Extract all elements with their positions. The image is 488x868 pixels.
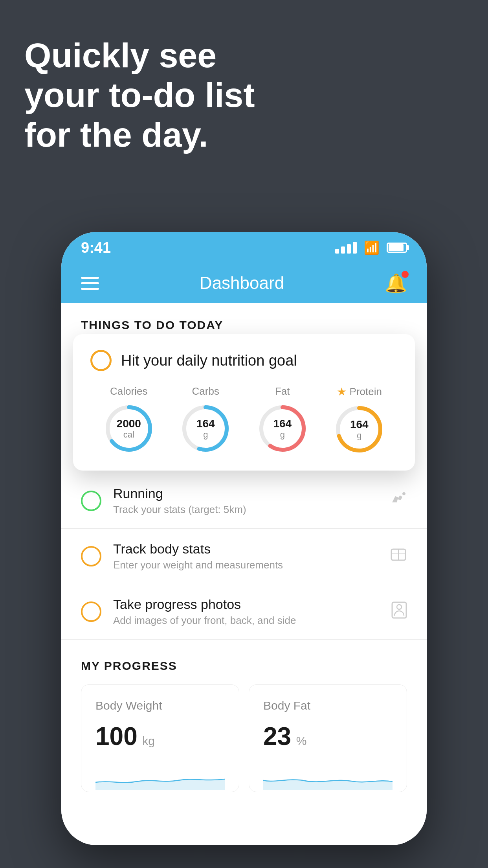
notification-badge <box>402 271 409 278</box>
photos-subtitle: Add images of your front, back, and side <box>113 614 380 627</box>
calories-unit: cal <box>117 430 141 439</box>
fat-value: 164 <box>273 418 292 430</box>
protein-ring: 164 g <box>334 404 385 455</box>
body-fat-card[interactable]: Body Fat 23 % <box>249 684 407 792</box>
fat-item: Fat 164 g <box>257 385 308 454</box>
photos-title: Take progress photos <box>113 597 380 612</box>
todo-list: Running Track your stats (target: 5km) T… <box>61 473 427 640</box>
nutrition-card: Hit your daily nutrition goal Calories 2… <box>73 334 415 471</box>
body-fat-number: 23 <box>263 722 291 750</box>
content-area: THINGS TO DO TODAY Hit your daily nutrit… <box>61 303 427 845</box>
calories-value: 2000 <box>117 418 141 430</box>
status-time: 9:41 <box>81 239 111 256</box>
fat-unit: g <box>273 430 292 439</box>
status-bar: 9:41 📶 <box>61 232 427 263</box>
body-weight-value-row: 100 kg <box>95 722 225 751</box>
task-circle-body-stats <box>81 546 101 566</box>
signal-bars-icon <box>335 242 357 254</box>
carbs-label: Carbs <box>192 385 219 397</box>
body-fat-label: Body Fat <box>263 699 393 712</box>
running-text: Running Track your stats (target: 5km) <box>113 486 378 516</box>
list-item[interactable]: Track body stats Enter your weight and m… <box>61 529 427 584</box>
calories-item: Calories 2000 cal <box>103 385 154 454</box>
scale-icon <box>390 546 407 567</box>
running-icon <box>390 492 407 510</box>
body-fat-value-row: 23 % <box>263 722 393 751</box>
carbs-ring: 164 g <box>180 403 231 454</box>
protein-item: ★ Protein 164 g <box>334 385 385 455</box>
protein-value: 164 <box>350 419 369 431</box>
star-icon: ★ <box>337 385 347 398</box>
status-icons: 📶 <box>335 240 407 255</box>
progress-header: MY PROGRESS <box>81 659 407 673</box>
protein-unit: g <box>350 430 369 440</box>
phone-frame: 9:41 📶 Dashboard 🔔 THINGS TO DO TOD <box>61 232 427 845</box>
body-fat-chart <box>263 759 393 790</box>
body-weight-chart <box>95 759 225 790</box>
progress-section: MY PROGRESS Body Weight 100 kg Body Fat <box>61 640 427 792</box>
notification-button[interactable]: 🔔 <box>385 272 407 294</box>
nutrition-row: Calories 2000 cal Carbs <box>90 385 398 455</box>
fat-ring: 164 g <box>257 403 308 454</box>
body-weight-unit: kg <box>142 734 155 747</box>
battery-icon <box>387 243 407 253</box>
running-subtitle: Track your stats (target: 5km) <box>113 504 378 516</box>
progress-cards: Body Weight 100 kg Body Fat 23 % <box>81 684 407 792</box>
calories-ring: 2000 cal <box>103 403 154 454</box>
svg-point-12 <box>397 605 402 609</box>
list-item[interactable]: Take progress photos Add images of your … <box>61 584 427 640</box>
running-title: Running <box>113 486 378 501</box>
carbs-unit: g <box>196 430 215 439</box>
protein-label: Protein <box>350 386 382 398</box>
body-stats-title: Track body stats <box>113 541 378 557</box>
body-weight-label: Body Weight <box>95 699 225 712</box>
task-circle-photos <box>81 601 101 622</box>
task-check-circle[interactable] <box>90 350 112 371</box>
body-weight-number: 100 <box>95 722 138 750</box>
nutrition-card-title: Hit your daily nutrition goal <box>121 352 297 369</box>
body-stats-subtitle: Enter your weight and measurements <box>113 559 378 571</box>
task-circle-running <box>81 491 101 511</box>
headline: Quickly see your to-do list for the day. <box>24 35 255 155</box>
carbs-item: Carbs 164 g <box>180 385 231 454</box>
menu-icon[interactable] <box>81 277 99 290</box>
nav-bar: Dashboard 🔔 <box>61 263 427 303</box>
body-weight-card[interactable]: Body Weight 100 kg <box>81 684 239 792</box>
calories-label: Calories <box>110 385 147 397</box>
carbs-value: 164 <box>196 418 215 430</box>
list-item[interactable]: Running Track your stats (target: 5km) <box>61 473 427 529</box>
body-stats-text: Track body stats Enter your weight and m… <box>113 541 378 571</box>
photos-text: Take progress photos Add images of your … <box>113 597 380 627</box>
body-fat-unit: % <box>296 734 307 747</box>
nav-title: Dashboard <box>200 273 284 293</box>
fat-label: Fat <box>275 385 290 397</box>
person-icon <box>391 601 407 622</box>
wifi-icon: 📶 <box>364 240 380 255</box>
